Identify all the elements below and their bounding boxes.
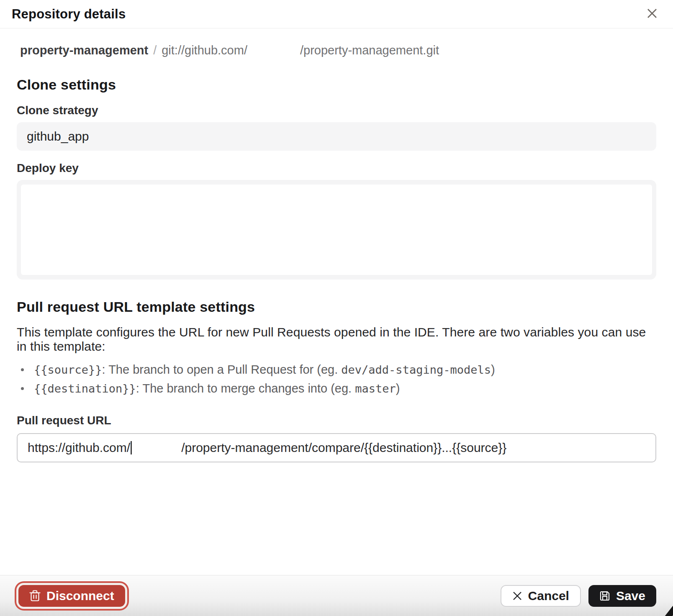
redacted-org-name — [132, 448, 181, 448]
clone-strategy-value: github_app — [27, 129, 89, 144]
save-button-label: Save — [616, 589, 645, 603]
pull-request-url-label: Pull request URL — [17, 414, 656, 427]
bullet-icon — [21, 368, 24, 371]
repository-details-modal: Repository details property-management /… — [0, 0, 673, 616]
deploy-key-frame — [17, 180, 656, 280]
redacted-org-name — [247, 54, 300, 54]
deploy-key-textarea[interactable] — [21, 185, 652, 275]
disconnect-button-label: Disconnect — [46, 589, 114, 603]
list-item: {{destination}}: The branch to merge cha… — [17, 379, 656, 398]
cancel-button-label: Cancel — [528, 589, 569, 603]
cancel-button[interactable]: Cancel — [501, 585, 581, 607]
pr-template-heading: Pull request URL template settings — [17, 299, 656, 315]
close-icon — [646, 7, 658, 21]
deploy-key-label: Deploy key — [17, 162, 656, 175]
variable-closing: ) — [396, 382, 400, 395]
floppy-disk-icon — [599, 590, 610, 601]
variable-example: dev/add-staging-models — [341, 363, 491, 376]
url-value-prefix: https://github.com/ — [28, 441, 130, 455]
bullet-icon — [21, 387, 24, 390]
clone-settings-heading: Clone settings — [17, 77, 656, 93]
modal-footer: Disconnect Cancel Save — [0, 575, 673, 616]
breadcrumb-repo-name: property-management — [20, 44, 148, 57]
pull-request-url-input[interactable]: https://github.com/ /property-management… — [17, 433, 656, 462]
breadcrumb: property-management / git://github.com/ … — [17, 44, 656, 57]
pr-template-description: This template configures the URL for new… — [17, 325, 656, 354]
trash-icon — [29, 590, 41, 602]
save-button[interactable]: Save — [588, 585, 656, 607]
modal-title: Repository details — [12, 7, 126, 22]
variable-code: {{source}} — [34, 363, 102, 376]
variable-description: : The branch to merge changes into (eg. — [136, 382, 355, 395]
modal-body: property-management / git://github.com/ … — [0, 44, 673, 462]
x-icon — [512, 591, 522, 601]
clone-strategy-label: Clone strategy — [17, 104, 656, 117]
close-button[interactable] — [643, 5, 661, 23]
variable-code: {{destination}} — [34, 382, 136, 395]
breadcrumb-remote-url-prefix: git://github.com/ — [162, 44, 247, 57]
variable-description: : The branch to open a Pull Request for … — [102, 363, 342, 376]
url-value-suffix: /property-management/compare/{{destinati… — [181, 441, 506, 455]
clone-strategy-field: github_app — [17, 122, 656, 151]
variable-example: master — [355, 382, 396, 395]
breadcrumb-remote-url-suffix: /property-management.git — [300, 44, 439, 57]
variable-closing: ) — [491, 363, 495, 376]
pr-template-variable-list: {{source}}: The branch to open a Pull Re… — [17, 360, 656, 398]
breadcrumb-separator: / — [153, 44, 157, 57]
mouse-cursor-artifact — [663, 601, 673, 616]
disconnect-button[interactable]: Disconnect — [18, 585, 125, 607]
modal-header: Repository details — [0, 0, 673, 28]
list-item: {{source}}: The branch to open a Pull Re… — [17, 360, 656, 379]
